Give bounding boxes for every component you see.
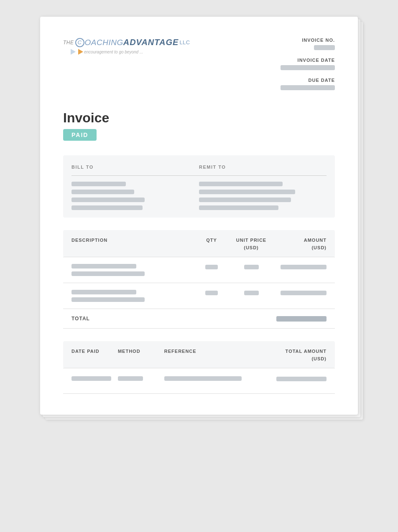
pay-total-value [257, 377, 327, 381]
bottom-divider [63, 393, 335, 394]
total-amount-value [276, 316, 327, 322]
row-1-amount-value [281, 265, 327, 269]
invoice-header: THE C OACHING ADVANTAGE LLC encouragemen… [63, 38, 335, 98]
col-desc-header: DESCRIPTION [71, 236, 197, 251]
logo-coaching: OACHING [85, 38, 123, 47]
remit-to-col: REMIT TO [199, 163, 327, 170]
due-date-label: DUE DATE [281, 78, 335, 83]
pay-col-ref: REFERENCE [164, 347, 257, 362]
remit-addr-line-1 [199, 182, 283, 186]
invoice-meta: INVOICE NO. INVOICE DATE DUE DATE [281, 38, 335, 98]
amount-sub: (USD) [311, 245, 327, 250]
unit-price-sub: (USD) [244, 245, 259, 250]
pay-ref-bar [164, 376, 242, 381]
pay-date-value [71, 375, 118, 383]
bill-addr-line-1 [71, 182, 126, 186]
address-cols [71, 182, 327, 213]
pay-ref-value [164, 375, 257, 383]
row-1-desc-line-2 [71, 271, 145, 276]
payment-header: DATE PAID METHOD REFERENCE TOTAL AMOUNT … [63, 341, 335, 368]
invoice-date-label: INVOICE DATE [281, 58, 335, 63]
row-2-desc-line-2 [71, 297, 145, 302]
due-date-value [281, 85, 335, 90]
row-2-amount [276, 290, 327, 295]
method-label: METHOD [118, 349, 140, 354]
invoice-no-row: INVOICE NO. [281, 38, 335, 52]
row-1-qty [197, 264, 226, 269]
remit-to-address [199, 182, 327, 213]
table-header: DESCRIPTION QTY UNIT PRICE (USD) AMOUNT … [63, 230, 335, 257]
logo-the: THE [63, 40, 74, 46]
col-unit-header: UNIT PRICE (USD) [226, 236, 276, 251]
logo-c-circle: C [75, 38, 84, 47]
col-amount-header: AMOUNT (USD) [276, 236, 327, 251]
total-label: TOTAL [71, 316, 197, 322]
bill-addr-line-3 [71, 198, 145, 202]
row-2-qty-value [205, 291, 218, 295]
amount-label: AMOUNT [304, 238, 327, 243]
reference-label: REFERENCE [164, 349, 196, 354]
bill-remit-section: BILL TO REMIT TO [63, 155, 335, 218]
row-2-unit [226, 290, 276, 295]
paid-badge: PAID [63, 129, 97, 141]
total-amount-sub: (USD) [311, 356, 327, 361]
total-amount [276, 316, 327, 322]
unit-price-label: UNIT PRICE [236, 238, 266, 243]
remit-addr-line-3 [199, 198, 291, 202]
col-qty-header: QTY [197, 236, 226, 251]
logo-advantage: ADVANTAGE [123, 38, 179, 47]
row-2-unit-value [244, 291, 259, 295]
pay-col-date: DATE PAID [71, 347, 118, 362]
total-amount-label: TOTAL AMOUNT [286, 349, 327, 354]
logo-tagline: encouragement to go beyond ... [84, 50, 143, 54]
invoice-date-value [281, 65, 335, 70]
row-1-qty-value [205, 265, 218, 269]
row-2-amount-value [281, 291, 327, 295]
invoice-title: Invoice [63, 110, 335, 126]
date-paid-label: DATE PAID [71, 349, 100, 354]
table-row [63, 283, 335, 309]
arrow-icon-2 [78, 49, 83, 55]
bill-addr-line-4 [71, 205, 143, 210]
invoice-page: THE C OACHING ADVANTAGE LLC encouragemen… [40, 17, 358, 415]
due-date-row: DUE DATE [281, 78, 335, 92]
row-2-desc-line-1 [71, 290, 136, 294]
pay-col-method: METHOD [118, 347, 164, 362]
logo-llc: LLC [179, 39, 190, 46]
pay-method-value [118, 375, 164, 383]
items-table: DESCRIPTION QTY UNIT PRICE (USD) AMOUNT … [63, 230, 335, 329]
table-row [63, 257, 335, 283]
invoice-no-label: INVOICE NO. [281, 38, 335, 43]
row-1-amount [276, 264, 327, 269]
row-1-desc [71, 264, 197, 276]
remit-addr-line-2 [199, 190, 295, 194]
logo-arrows: encouragement to go beyond ... [71, 49, 190, 55]
bill-remit-header: BILL TO REMIT TO [71, 163, 327, 170]
remit-to-label: REMIT TO [199, 165, 226, 170]
pay-date-bar [71, 376, 111, 381]
bill-to-label: BILL TO [71, 165, 94, 170]
invoice-no-value [314, 45, 335, 50]
pay-method-bar [118, 376, 143, 381]
row-2-desc [71, 290, 197, 302]
logo-area: THE C OACHING ADVANTAGE LLC encouragemen… [63, 38, 190, 55]
qty-label: QTY [206, 238, 217, 243]
total-row: TOTAL [63, 309, 335, 328]
invoice-container: THE C OACHING ADVANTAGE LLC encouragemen… [40, 17, 358, 415]
pay-total-bar [276, 377, 327, 381]
table-divider-4 [63, 328, 335, 329]
row-1-desc-line-1 [71, 264, 136, 269]
desc-label: DESCRIPTION [71, 238, 107, 243]
bill-addr-line-2 [71, 190, 134, 194]
invoice-title-section: Invoice PAID [63, 110, 335, 141]
bill-to-col: BILL TO [71, 163, 199, 170]
pay-col-total: TOTAL AMOUNT (USD) [257, 347, 327, 362]
row-1-unit [226, 264, 276, 269]
row-1-unit-value [244, 265, 259, 269]
row-2-qty [197, 290, 226, 295]
bill-to-address [71, 182, 199, 213]
remit-addr-line-4 [199, 205, 278, 210]
payment-row [63, 368, 335, 389]
bill-remit-divider [71, 175, 327, 176]
logo-text: THE C OACHING ADVANTAGE LLC [63, 38, 190, 47]
